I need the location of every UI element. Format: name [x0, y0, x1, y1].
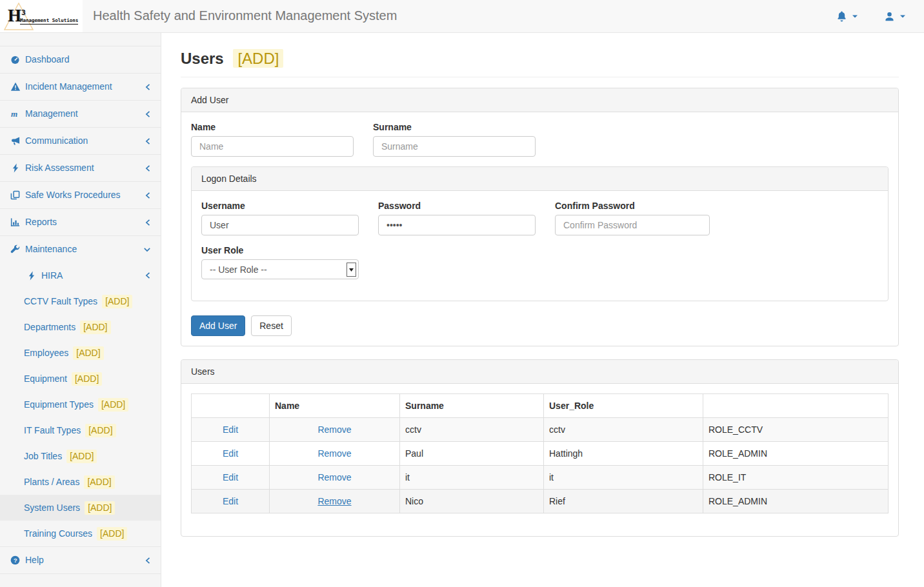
main-content: Users [ADD] Add User Name Surname: [161, 33, 924, 587]
sidebar-add-link[interactable]: [ADD]: [102, 295, 132, 308]
sidebar-item-risk-assessment[interactable]: Risk Assessment: [0, 154, 161, 181]
username-field[interactable]: [201, 215, 359, 235]
user-menu-dropdown[interactable]: [884, 11, 906, 22]
question-circle-icon: ?: [10, 555, 21, 566]
bullhorn-icon: [10, 136, 21, 146]
name-group: Name: [191, 122, 354, 157]
sidebar-item-dashboard[interactable]: Dashboard: [0, 46, 161, 73]
surname-label: Surname: [373, 122, 536, 132]
sidebar-item-cctv-fault-types[interactable]: CCTV Fault Types[ADD]: [0, 288, 161, 314]
remove-cell: Remove: [270, 490, 400, 513]
user-role-select[interactable]: -- User Role --: [201, 259, 359, 279]
user-role-cell: ROLE_ADMIN: [703, 442, 889, 466]
user-role-selected-value: -- User Role --: [210, 264, 267, 275]
edit-cell: Edit: [192, 490, 270, 513]
page-title: Users [ADD]: [181, 50, 899, 68]
edit-link[interactable]: Edit: [223, 496, 238, 506]
sidebar-item-label: System Users: [24, 501, 80, 515]
edit-cell: Edit: [192, 418, 270, 442]
sidebar-add-link[interactable]: [ADD]: [85, 424, 115, 437]
sidebar-item-it-fault-types[interactable]: IT Fault Types[ADD]: [0, 417, 161, 443]
sidebar-add-link[interactable]: [ADD]: [98, 398, 128, 412]
sidebar-item-label: Departments: [24, 321, 75, 334]
remove-link[interactable]: Remove: [317, 448, 351, 459]
remove-link[interactable]: Remove: [317, 496, 351, 506]
user-icon: [884, 11, 895, 22]
copy-icon: [10, 190, 21, 201]
user-role-cell: ROLE_ADMIN: [703, 490, 889, 513]
sidebar-add-link[interactable]: [ADD]: [97, 527, 127, 541]
sidebar-item-label: Dashboard: [25, 53, 70, 66]
sidebar-item-system-users[interactable]: System Users[ADD]: [0, 495, 161, 521]
sidebar-add-link[interactable]: [ADD]: [66, 450, 97, 463]
remove-link[interactable]: Remove: [317, 472, 351, 483]
password-field[interactable]: [378, 215, 536, 235]
page-title-add-link[interactable]: [ADD]: [233, 49, 283, 68]
caret-down-icon: [852, 13, 858, 19]
sidebar-item-label: Equipment: [24, 372, 67, 386]
sidebar-item-employees[interactable]: Employees[ADD]: [0, 340, 161, 366]
edit-link[interactable]: Edit: [223, 448, 238, 459]
surname-field[interactable]: [373, 136, 536, 157]
password-group: Password: [378, 201, 536, 235]
sidebar-item-maintenance[interactable]: Maintenance: [0, 235, 161, 263]
remove-cell: Remove: [270, 466, 400, 490]
header-actions: [836, 0, 924, 32]
sidebar-item-label: Training Courses: [24, 527, 92, 541]
confirm-password-group: Confirm Password: [555, 201, 710, 235]
title-divider: [181, 77, 899, 77]
add-user-panel-heading: Add User: [181, 88, 898, 112]
sidebar-item-label: Employees: [24, 346, 68, 360]
user-name-cell: it: [400, 466, 544, 490]
bar-chart-icon: [10, 217, 21, 228]
add-user-button[interactable]: Add User: [191, 315, 245, 336]
chevron-down-icon: [143, 246, 151, 253]
sidebar-item-hira[interactable]: HIRA: [0, 263, 161, 288]
users-table: NameSurnameUser_Role EditRemovecctvcctvR…: [191, 393, 889, 513]
confirm-password-field[interactable]: [555, 215, 710, 235]
table-row: EditRemoveNicoRiefROLE_ADMIN: [192, 490, 889, 513]
notifications-dropdown[interactable]: [836, 11, 858, 22]
sidebar-item-label: IT Fault Types: [24, 424, 81, 437]
sidebar-add-link[interactable]: [ADD]: [72, 372, 102, 386]
sidebar-item-management[interactable]: mManagement: [0, 100, 161, 127]
sidebar-item-help[interactable]: ?Help: [0, 546, 161, 574]
user-role-cell: ROLE_CCTV: [703, 418, 889, 442]
name-field[interactable]: [191, 136, 354, 157]
sidebar-item-label: Risk Assessment: [25, 161, 94, 175]
sidebar-item-label: Incident Management: [25, 80, 112, 94]
sidebar-add-link[interactable]: [ADD]: [80, 321, 110, 334]
sidebar-add-link[interactable]: [ADD]: [73, 346, 103, 360]
name-label: Name: [191, 122, 354, 132]
remove-link[interactable]: Remove: [317, 424, 351, 435]
edit-link[interactable]: Edit: [223, 472, 238, 483]
chevron-left-icon: [145, 219, 151, 226]
sidebar-item-job-titles[interactable]: Job Titles[ADD]: [0, 443, 161, 469]
table-row: EditRemovecctvcctvROLE_CCTV: [192, 418, 889, 442]
sidebar-item-label: Management: [25, 107, 78, 121]
logon-details-panel: Logon Details Username Password: [191, 166, 889, 301]
user-surname-cell: it: [544, 466, 703, 490]
app-logo[interactable]: H3 Management Solutions: [0, 0, 83, 32]
sidebar-item-equipment-types[interactable]: Equipment Types[ADD]: [0, 392, 161, 417]
table-row: EditRemovePaulHattinghROLE_ADMIN: [192, 442, 889, 466]
sidebar-add-link[interactable]: [ADD]: [84, 475, 114, 489]
column-header-name: Name: [270, 394, 400, 418]
password-label: Password: [378, 201, 536, 211]
sidebar-item-departments[interactable]: Departments[ADD]: [0, 314, 161, 340]
sidebar-item-equipment[interactable]: Equipment[ADD]: [0, 366, 161, 392]
sidebar-item-safe-works-procedures[interactable]: Safe Works Procedures: [0, 181, 161, 208]
remove-cell: Remove: [270, 418, 400, 442]
chevron-left-icon: [145, 192, 151, 199]
sidebar-item-plants-areas[interactable]: Plants / Areas[ADD]: [0, 469, 161, 495]
user-role-label: User Role: [201, 245, 878, 255]
reset-button[interactable]: Reset: [251, 315, 292, 336]
edit-link[interactable]: Edit: [223, 424, 238, 435]
sidebar-item-incident-management[interactable]: Incident Management: [0, 73, 161, 100]
sidebar-item-reports[interactable]: Reports: [0, 208, 161, 235]
sidebar-add-link[interactable]: [ADD]: [85, 501, 115, 515]
sidebar-item-communication[interactable]: Communication: [0, 127, 161, 154]
sidebar-item-training-courses[interactable]: Training Courses[ADD]: [0, 521, 161, 546]
sidebar-item-label: Equipment Types: [24, 398, 94, 412]
user-surname-cell: cctv: [544, 418, 703, 442]
